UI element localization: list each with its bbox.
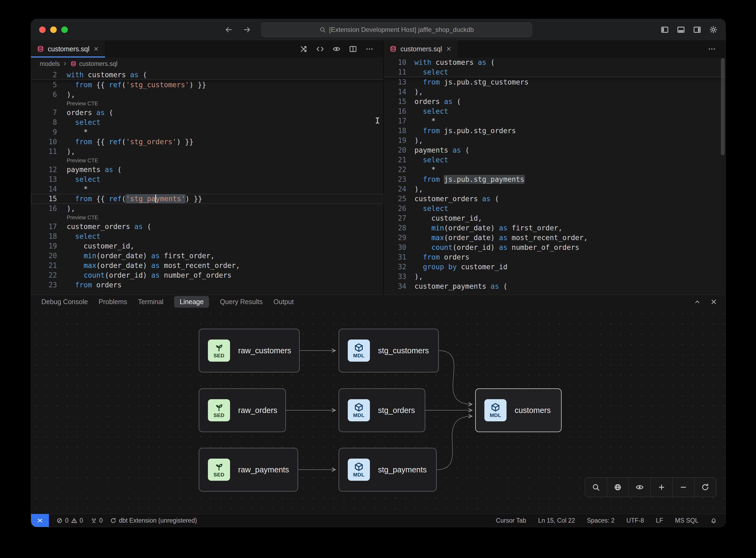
panel-tab-output[interactable]: Output — [273, 298, 294, 306]
code-line-8[interactable]: 8 select — [31, 118, 383, 127]
code-line-21[interactable]: 21 select — [384, 155, 726, 165]
code-line-27[interactable]: 27 customer_id, — [384, 213, 726, 223]
code-line-13[interactable]: 13 select — [31, 175, 383, 184]
panel-tab-debug-console[interactable]: Debug Console — [41, 298, 88, 306]
eol-status[interactable]: LF — [656, 517, 663, 524]
code-line-20[interactable]: 20 min(order_date) as first_order, — [31, 251, 383, 261]
panel-tab-query-results[interactable]: Query Results — [220, 298, 262, 306]
panel-tab-terminal[interactable]: Terminal — [138, 298, 163, 306]
code-line-14[interactable]: 14 * — [31, 184, 383, 194]
notifications-bell-icon[interactable] — [710, 517, 717, 524]
navigate-forward-icon[interactable] — [243, 26, 251, 34]
compile-dbt-sql-icon[interactable] — [316, 45, 324, 53]
split-editor-icon[interactable] — [349, 45, 357, 53]
problems-status[interactable]: 0 0 — [56, 517, 83, 524]
execute-dbt-sql-icon[interactable] — [300, 45, 308, 53]
scrollbar-thumb[interactable] — [721, 58, 725, 155]
code-line-30[interactable]: 30 count(order_id) as number_of_orders — [384, 243, 726, 252]
code-line-32[interactable]: 32 group by customer_id — [384, 262, 726, 272]
code-line-11[interactable]: 11 select — [384, 67, 726, 77]
tab-customers-sql-left[interactable]: customers.sql — [31, 40, 105, 57]
code-line-28[interactable]: 28 min(order_date) as first_order, — [384, 223, 726, 233]
code-line-19[interactable]: 19), — [384, 135, 726, 145]
toggle-secondary-sidebar-icon[interactable] — [693, 26, 701, 34]
cursor-tab-status[interactable]: Cursor Tab — [496, 517, 526, 524]
breadcrumb-file[interactable]: customers.sql — [79, 60, 118, 68]
code-line-11[interactable]: 11), — [31, 147, 383, 156]
code-line-18[interactable]: 18 from js.pub.stg_orders — [384, 126, 726, 135]
lineage-node-raw_orders[interactable]: SEDraw_orders — [199, 388, 286, 432]
code-line-14[interactable]: 14), — [384, 87, 726, 97]
code-line-10[interactable]: 10with customers as ( — [384, 57, 726, 67]
close-panel-icon[interactable] — [710, 298, 718, 305]
code-line-31[interactable]: 31 from orders — [384, 252, 726, 262]
zoom-window-button[interactable] — [61, 26, 68, 33]
panel-tab-problems[interactable]: Problems — [99, 298, 127, 306]
code-line-15[interactable]: 15 from {{ ref('stg_payments') }} — [31, 194, 383, 204]
code-line-23[interactable]: 23 from orders — [31, 280, 383, 290]
close-window-button[interactable] — [39, 26, 46, 33]
code-line-23[interactable]: 23 from js.pub.stg_payments — [384, 175, 726, 184]
toggle-panel-icon[interactable] — [677, 26, 685, 34]
code-line-22[interactable]: 22 * — [384, 165, 726, 175]
code-line-13[interactable]: 13 from js.pub.stg_customers — [384, 77, 726, 87]
tab-customers-sql-right[interactable]: customers.sql — [384, 40, 458, 57]
codelens-action[interactable]: Preview CTE — [31, 99, 383, 108]
code-line-24[interactable]: 24), — [384, 184, 726, 194]
ports-status[interactable]: 0 — [91, 517, 103, 524]
code-line-19[interactable]: 19 customer_id, — [31, 241, 383, 251]
settings-gear-icon[interactable] — [709, 26, 718, 34]
zoom-in-icon[interactable] — [650, 478, 672, 497]
lineage-node-raw_payments[interactable]: SEDraw_payments — [199, 448, 298, 491]
compiled-code-editor[interactable]: 10with customers as (11 select 13 from j… — [384, 57, 726, 295]
code-line-16[interactable]: 16), — [31, 204, 383, 213]
refresh-lineage-icon[interactable] — [694, 478, 716, 497]
code-line-17[interactable]: 17customer_orders as ( — [31, 222, 383, 231]
lineage-node-stg_payments[interactable]: MDLstg_payments — [339, 448, 437, 491]
breadcrumb[interactable]: models customers.sql — [31, 57, 383, 70]
close-tab-icon[interactable] — [446, 46, 452, 52]
indentation-status[interactable]: Spaces: 2 — [587, 517, 615, 524]
lineage-node-raw_customers[interactable]: SEDraw_customers — [199, 329, 300, 373]
code-line-9[interactable]: 9 * — [31, 127, 383, 137]
lineage-visibility-icon[interactable] — [629, 478, 650, 497]
code-line-6[interactable]: 6), — [31, 90, 383, 99]
code-line-15[interactable]: 15orders as ( — [384, 97, 726, 106]
dbt-extension-status[interactable]: dbt Extension (unregistered) — [110, 517, 197, 524]
code-line-20[interactable]: 20payments as ( — [384, 145, 726, 155]
code-line-21[interactable]: 21 max(order_date) as most_recent_order, — [31, 261, 383, 270]
encoding-status[interactable]: UTF-8 — [626, 517, 644, 524]
code-line-18[interactable]: 18 select — [31, 231, 383, 241]
breadcrumb-folder[interactable]: models — [40, 60, 60, 68]
language-mode-status[interactable]: MS SQL — [675, 517, 699, 524]
more-actions-icon[interactable] — [708, 45, 716, 53]
lineage-node-stg_orders[interactable]: MDLstg_orders — [339, 388, 425, 432]
cursor-position-status[interactable]: Ln 15, Col 22 — [538, 517, 575, 524]
code-line-33[interactable]: 33), — [384, 272, 726, 281]
code-line-2[interactable]: 2with customers as ( — [31, 70, 383, 80]
code-line-16[interactable]: 16 select — [384, 106, 726, 116]
code-line-26[interactable]: 26 select — [384, 204, 726, 213]
close-tab-icon[interactable] — [93, 46, 99, 52]
code-line-25[interactable]: 25customer_orders as ( — [384, 194, 726, 204]
codelens-action[interactable]: Preview CTE — [31, 213, 383, 222]
command-center-search[interactable]: [Extension Development Host] jaffle_shop… — [261, 22, 532, 37]
panel-tab-lineage[interactable]: Lineage — [174, 296, 209, 308]
minimize-window-button[interactable] — [50, 26, 57, 33]
remote-indicator[interactable] — [31, 514, 49, 527]
preview-query-icon[interactable] — [333, 45, 340, 53]
code-line-7[interactable]: 7orders as ( — [31, 108, 383, 118]
lineage-overview-icon[interactable] — [607, 478, 629, 497]
zoom-out-icon[interactable] — [672, 478, 694, 497]
code-line-10[interactable]: 10 from {{ ref('stg_orders') }} — [31, 137, 383, 147]
lineage-node-stg_customers[interactable]: MDLstg_customers — [339, 329, 439, 373]
code-line-34[interactable]: 34customer_payments as ( — [384, 281, 726, 291]
maximize-panel-icon[interactable] — [694, 298, 701, 305]
more-actions-icon[interactable] — [366, 45, 373, 53]
code-line-22[interactable]: 22 count(order_id) as number_of_orders — [31, 270, 383, 280]
code-line-12[interactable]: 12payments as ( — [31, 165, 383, 175]
lineage-canvas[interactable]: SEDraw_customersMDLstg_customersSEDraw_o… — [31, 308, 726, 514]
source-code-editor[interactable]: 2with customers as ( 5 from {{ ref('stg_… — [31, 70, 383, 295]
navigate-back-icon[interactable] — [225, 26, 233, 34]
lineage-node-customers[interactable]: MDLcustomers — [475, 388, 562, 432]
